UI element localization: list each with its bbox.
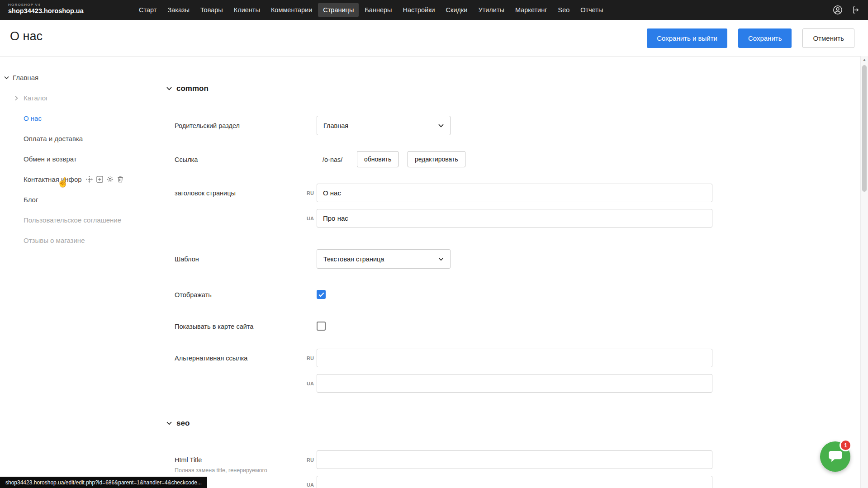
status-url-bar: shop34423.horoshop.ua/edit/edit.php?id=6…: [0, 477, 207, 488]
section-seo-header[interactable]: seo: [166, 419, 190, 428]
tree-item-exchange-return[interactable]: Обмен и возврат: [0, 149, 158, 169]
alt-link-ru-input[interactable]: [317, 349, 712, 367]
tree-item-label: Каталог: [0, 94, 48, 102]
tree-item-label: Оплата и доставка: [0, 135, 83, 142]
delete-trash-icon[interactable]: [117, 176, 123, 183]
html-title-ua-input[interactable]: [317, 476, 712, 488]
scrollbar-thumb[interactable]: [862, 65, 867, 192]
lang-tag-ua: UA: [307, 216, 314, 221]
drag-move-icon[interactable]: [86, 176, 93, 183]
topbar-right: [833, 0, 861, 20]
nav-item-seo[interactable]: Seo: [553, 3, 575, 17]
nav-item-reports[interactable]: Отчеты: [575, 3, 608, 17]
tree-item-contact-info[interactable]: Контактная инфор ☝: [0, 169, 158, 190]
tree-item-store-reviews[interactable]: Отзывы о магазине: [0, 230, 158, 251]
tree-item-actions: [86, 176, 123, 183]
chevron-right-icon[interactable]: [15, 95, 18, 100]
link-edit-button[interactable]: редактировать: [408, 151, 465, 167]
nav-item-utilities[interactable]: Утилиты: [473, 3, 509, 17]
account-icon[interactable]: [833, 5, 843, 15]
settings-gear-icon[interactable]: [107, 176, 114, 183]
tree-item-payment-delivery[interactable]: Оплата и доставка: [0, 128, 158, 149]
nav-item-products[interactable]: Товары: [195, 3, 228, 17]
scroll-up-arrow-icon[interactable]: ▲: [861, 57, 868, 62]
alt-link-ua-input[interactable]: [317, 374, 712, 393]
nav-item-pages[interactable]: Страницы: [318, 3, 359, 17]
page-header: О нас Сохранить и выйти Сохранить Отмени…: [0, 20, 868, 57]
logout-icon[interactable]: [852, 5, 861, 14]
status-url-text: shop34423.horoshop.ua/edit/edit.php?id=6…: [5, 479, 202, 486]
tree-item-user-agreement[interactable]: Пользовательское соглашение: [0, 210, 158, 230]
tree-item-blog[interactable]: Блог: [0, 190, 158, 210]
vertical-scrollbar[interactable]: ▲: [860, 56, 868, 488]
select-caret-icon: [438, 257, 444, 261]
app-window: HOROSHOP V4 shop34423.horoshop.ua Старт …: [0, 0, 868, 488]
html-title-label: Html Title: [175, 456, 202, 464]
page-title: О нас: [10, 29, 43, 43]
nav-item-orders[interactable]: Заказы: [162, 3, 194, 17]
display-label: Отображать: [175, 291, 212, 298]
topbar: HOROSHOP V4 shop34423.horoshop.ua Старт …: [0, 0, 868, 20]
tree-item-catalog[interactable]: Каталог: [0, 88, 158, 108]
add-page-icon[interactable]: [96, 176, 103, 183]
nav-item-marketing[interactable]: Маркетинг: [510, 3, 552, 17]
html-title-ru-input[interactable]: [317, 450, 712, 469]
nav-item-start[interactable]: Старт: [134, 3, 161, 17]
chevron-down-icon: [166, 87, 172, 90]
page-title-ua-input[interactable]: [317, 209, 712, 227]
tree-item-home[interactable]: Главная: [0, 67, 158, 88]
logo-domain-label: shop34423.horoshop.ua: [8, 7, 84, 14]
template-label: Шаблон: [175, 256, 199, 263]
parent-section-value: Главная: [323, 122, 348, 129]
nav-item-clients[interactable]: Клиенты: [229, 3, 265, 17]
cancel-button[interactable]: Отменить: [802, 28, 854, 48]
section-common-header[interactable]: common: [166, 84, 209, 93]
nav-item-comments[interactable]: Комментарии: [266, 3, 317, 17]
pages-sidebar: Главная Каталог О нас Оплата и доставка …: [0, 57, 159, 488]
tree-item-label: Блог: [0, 196, 38, 204]
lang-tag-ua: UA: [307, 482, 314, 488]
chat-launcher-button[interactable]: 1: [820, 441, 850, 472]
section-seo-title: seo: [176, 419, 190, 428]
header-buttons: Сохранить и выйти Сохранить Отменить: [647, 28, 854, 48]
top-navigation: Старт Заказы Товары Клиенты Комментарии …: [134, 0, 608, 20]
tree-item-label: Отзывы о магазине: [0, 237, 85, 244]
check-icon: [318, 292, 324, 297]
save-and-exit-button[interactable]: Сохранить и выйти: [647, 28, 727, 48]
tree-item-label: Контактная инфор: [0, 175, 82, 183]
sitemap-checkbox[interactable]: [317, 322, 326, 331]
tree-item-label: Обмен и возврат: [0, 155, 77, 163]
lang-tag-ua: UA: [307, 381, 314, 386]
link-path-value: /o-nas/: [323, 156, 342, 163]
html-title-hint: Полная замена title, генерируемого: [175, 467, 267, 474]
alt-link-label: Альтернативная ссылка: [175, 355, 247, 362]
template-select[interactable]: Текстовая страница: [317, 249, 451, 269]
display-checkbox[interactable]: [317, 290, 326, 299]
tree-item-label: Пользовательское соглашение: [0, 216, 121, 224]
pages-tree: Главная Каталог О нас Оплата и доставка …: [0, 67, 158, 251]
logo: HOROSHOP V4 shop34423.horoshop.ua: [8, 3, 84, 14]
template-value: Текстовая страница: [323, 256, 384, 263]
tree-item-label: О нас: [0, 114, 42, 122]
logo-version-label: HOROSHOP V4: [8, 3, 84, 7]
chevron-down-icon: [166, 422, 172, 425]
nav-item-settings[interactable]: Настройки: [398, 3, 440, 17]
sitemap-label: Показывать в карте сайта: [175, 323, 253, 330]
chevron-down-icon[interactable]: [4, 76, 9, 79]
nav-item-banners[interactable]: Баннеры: [360, 3, 397, 17]
tree-item-about-us[interactable]: О нас: [0, 108, 158, 128]
nav-item-discounts[interactable]: Скидки: [441, 3, 473, 17]
save-button[interactable]: Сохранить: [738, 28, 792, 48]
page-title-label: заголовок страницы: [175, 190, 236, 197]
parent-section-select[interactable]: Главная: [317, 116, 451, 135]
section-common-title: common: [176, 84, 209, 93]
lang-tag-ru: RU: [307, 355, 314, 361]
link-label: Ссылка: [175, 156, 198, 163]
chat-bubble-icon: [828, 450, 843, 464]
page-title-ru-input[interactable]: [317, 184, 712, 202]
link-refresh-button[interactable]: обновить: [357, 151, 398, 167]
lang-tag-ru: RU: [307, 457, 314, 463]
chat-unread-badge: 1: [840, 439, 852, 451]
lang-tag-ru: RU: [307, 190, 314, 196]
select-caret-icon: [438, 124, 444, 128]
